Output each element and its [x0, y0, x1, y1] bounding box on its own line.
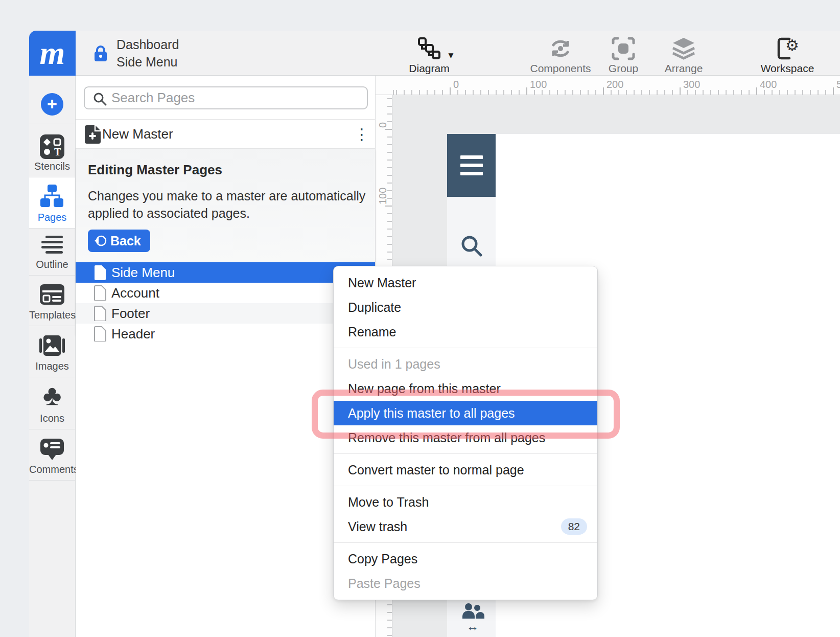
sidebar-item-outline[interactable]: Outline: [29, 229, 75, 276]
horizontal-ruler: 0 100 200 300 400 500: [376, 76, 840, 95]
toolbar-button-group[interactable]: Group: [590, 31, 657, 76]
menu-item-convert-master[interactable]: Convert master to normal page: [334, 458, 597, 482]
ruler-label: 0: [378, 101, 388, 128]
menu-item-new-page-from-master[interactable]: New page from this master: [334, 376, 597, 401]
page-icon: [94, 326, 106, 342]
menu-divider: [334, 486, 597, 486]
ruler-label: 500: [836, 79, 840, 90]
sidebar-item-images[interactable]: Images: [29, 326, 75, 377]
menu-divider: [334, 542, 597, 543]
editing-note-title: Editing Master Pages: [88, 162, 222, 178]
menu-item-rename[interactable]: Rename: [334, 320, 597, 344]
trash-count-badge: 82: [561, 518, 587, 535]
back-button[interactable]: Back: [88, 230, 150, 252]
page-row-account[interactable]: Account: [76, 283, 375, 303]
lock-icon: [93, 44, 108, 63]
kebab-menu-icon[interactable]: ⋮: [352, 125, 372, 145]
stencils-icon: T: [39, 134, 65, 160]
add-page-button[interactable]: +: [41, 93, 63, 116]
hamburger-icon: [460, 155, 483, 159]
toolbar-button-workspace[interactable]: ⚙ Workspace: [754, 31, 821, 76]
menu-item-move-to-trash[interactable]: Move to Trash: [334, 490, 597, 514]
diagram-icon: [417, 37, 441, 61]
page-icon: [94, 265, 106, 280]
resize-arrow-icon: ↔: [460, 622, 485, 631]
page-row-footer[interactable]: Footer: [76, 303, 375, 324]
new-master-label: New Master: [102, 126, 173, 142]
page-subtitle: Side Menu: [116, 53, 179, 71]
diagram-dropdown-caret[interactable]: ▼: [447, 51, 455, 61]
new-master-page-icon: [85, 125, 101, 144]
left-sidebar: + T Stencils Pages Outline Templates Ima…: [29, 76, 76, 637]
pages-panel: New Master ⋮ Editing Master Pages Change…: [76, 76, 376, 637]
ruler-label: 200: [606, 79, 623, 90]
ruler-label: 0: [453, 79, 459, 90]
page-title: Dashboard: [116, 36, 179, 53]
hamburger-icon: [460, 164, 483, 167]
canvas-people-arrow-icon[interactable]: ↔: [460, 603, 485, 631]
page-icon: [94, 285, 106, 301]
components-sync-icon: [548, 37, 573, 61]
canvas-sidemenu-header-shape[interactable]: [447, 134, 496, 197]
workspace-gear-icon: ⚙: [774, 37, 801, 61]
menu-item-apply-master-to-all-pages[interactable]: Apply this master to all pages: [334, 401, 597, 425]
page-row-side-menu[interactable]: Side Menu: [76, 262, 375, 283]
menu-info-used-in: Used in 1 pages: [334, 352, 597, 376]
sidebar-item-pages[interactable]: Pages: [29, 177, 75, 229]
search-box: [84, 86, 368, 109]
search-icon: [93, 92, 107, 106]
club-icon: ♣: [43, 378, 62, 412]
menu-item-view-trash[interactable]: View trash 82: [334, 514, 597, 539]
ruler-label: 100: [378, 178, 388, 204]
editing-note-body: Changes you make to a master are automat…: [88, 187, 366, 222]
svg-text:⚙: ⚙: [785, 37, 799, 54]
toolbar-button-arrange[interactable]: Arrange: [650, 31, 717, 76]
canvas-search-icon[interactable]: [459, 233, 484, 261]
menu-divider: [334, 348, 597, 348]
sidebar-item-templates[interactable]: Templates: [29, 276, 75, 326]
new-master-row[interactable]: New Master ⋮: [76, 120, 375, 149]
ruler-label: 400: [760, 79, 777, 90]
sidebar-item-icons[interactable]: ♣ Icons: [29, 377, 75, 429]
group-icon: [612, 37, 635, 61]
hamburger-icon: [460, 172, 483, 175]
svg-text:T: T: [54, 146, 61, 157]
pages-icon: [39, 184, 65, 209]
pages-context-menu: New Master Duplicate Rename Used in 1 pa…: [333, 266, 598, 600]
back-arrow-icon: [94, 234, 107, 247]
top-header: Dashboard Side Menu Diagram ▼ Components…: [76, 31, 840, 76]
menu-item-copy-pages[interactable]: Copy Pages: [334, 547, 597, 571]
arrange-layers-icon: [671, 37, 696, 61]
outline-icon: [40, 235, 64, 256]
templates-icon: [39, 284, 65, 305]
menu-item-new-master[interactable]: New Master: [334, 270, 597, 295]
search-pages-input[interactable]: [111, 88, 362, 107]
page-icon: [94, 306, 106, 321]
app-logo[interactable]: m: [29, 31, 76, 76]
menu-item-paste-pages: Paste Pages: [334, 571, 597, 596]
menu-item-duplicate[interactable]: Duplicate: [334, 295, 597, 320]
ruler-minor-ticks: [392, 90, 840, 95]
ruler-label: 100: [530, 79, 547, 90]
images-icon: [39, 334, 65, 357]
menu-divider: [334, 453, 597, 454]
ruler-label: 300: [683, 79, 700, 90]
toolbar-button-components[interactable]: Components: [527, 31, 594, 76]
menu-item-remove-master-from-all-pages[interactable]: Remove this master from all pages: [334, 425, 597, 450]
page-row-header[interactable]: Header: [76, 324, 375, 344]
sidebar-item-comments[interactable]: Comments: [29, 429, 75, 481]
sidebar-item-stencils[interactable]: T Stencils: [29, 124, 75, 177]
comments-icon: [39, 438, 65, 461]
